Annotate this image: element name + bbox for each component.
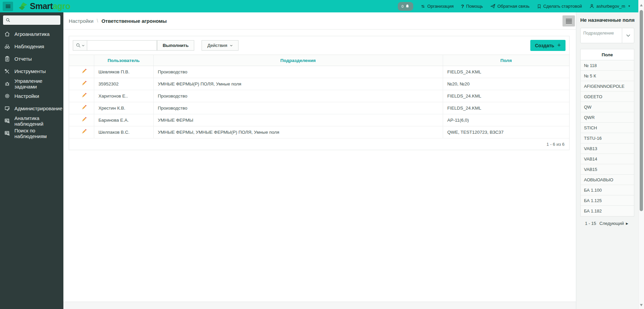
- header-link-label: Организация: [427, 4, 453, 9]
- field-list-item[interactable]: AFIGENNNOEPOLE: [581, 81, 634, 91]
- sidebar-item-agroanalytics[interactable]: Агроаналитика: [0, 28, 63, 40]
- chevron-down-icon: ▼: [628, 5, 631, 8]
- table-row: Харитонов Е.. Производство FIELDS_24.KML: [69, 90, 569, 102]
- sidebar-item-reports[interactable]: Отчеты: [0, 53, 63, 65]
- username-label: ashurbegov_m: [596, 4, 625, 9]
- logo[interactable]: Smartagro: [18, 2, 70, 10]
- field-list-item[interactable]: TSTU-16: [581, 133, 634, 143]
- user-cell: 35952302: [94, 78, 153, 90]
- field-list-item[interactable]: STICH: [581, 123, 634, 133]
- logo-leaf-icon: [18, 2, 28, 10]
- sidebar-item-tools[interactable]: Инструменты: [0, 65, 63, 77]
- edit-row-button[interactable]: [79, 116, 89, 124]
- main-content: Настройки \ Ответственные агрономы: [63, 12, 576, 309]
- edit-cell: [69, 126, 94, 138]
- sidebar-item-task-management[interactable]: Управление задачами: [0, 77, 63, 90]
- field-list-item[interactable]: QWR: [581, 112, 634, 123]
- report-toolbar: Выполнить Действия Создать +: [69, 36, 569, 55]
- select-chevron-section[interactable]: [622, 28, 634, 43]
- bottom-scroll-strip[interactable]: [63, 302, 576, 309]
- sidebar-item-observations[interactable]: Наблюдения: [0, 40, 63, 53]
- scrollbar-thumb[interactable]: [640, 10, 643, 211]
- sidebar-search-input[interactable]: [12, 17, 58, 23]
- table-row: Хрестин К.В. Производство FIELDS_24.KML: [69, 102, 569, 114]
- plus-icon: +: [557, 42, 561, 49]
- field-list-item[interactable]: БА 1.125: [581, 195, 634, 206]
- field-list-item[interactable]: № 5 К: [581, 71, 634, 81]
- header-link-label: Обратная связь: [497, 4, 530, 9]
- user-cell: Шевляков П.В.: [94, 66, 153, 78]
- edit-row-button[interactable]: [79, 128, 89, 136]
- page-scrollbar[interactable]: [638, 0, 644, 309]
- field-list-item[interactable]: БА 1.182: [581, 206, 634, 216]
- create-button[interactable]: Создать +: [530, 40, 566, 51]
- sidebar-item-observation-search[interactable]: Поиск по наблюдениям: [0, 127, 63, 139]
- fields-cell: FIELDS_24.KML: [443, 102, 569, 114]
- edit-cell: [69, 114, 94, 126]
- table-pagination: 1 - 6 из 6: [69, 138, 569, 150]
- table-row: 35952302 УМНЫЕ ФЕРМЫ(Р) ПОЛЯ, Умные поля…: [69, 78, 569, 90]
- app-header: Smartagro 0 Организация ? Помощь Обра: [0, 0, 644, 12]
- header-link-organization[interactable]: Организация: [421, 4, 453, 9]
- right-panel-toggle-button[interactable]: [562, 15, 575, 26]
- field-list-item[interactable]: VAB15: [581, 164, 634, 175]
- scroll-up-arrow[interactable]: [640, 4, 643, 6]
- user-menu[interactable]: ashurbegov_m ▼: [589, 4, 631, 9]
- user-cell: Шелпаков В.С.: [94, 126, 153, 138]
- breadcrumb: Настройки \ Ответственные агрономы: [63, 12, 576, 29]
- breadcrumb-parent[interactable]: Настройки: [69, 18, 94, 24]
- edit-row-button[interactable]: [79, 104, 89, 112]
- sidebar-item-observation-analytics[interactable]: Аналитика наблюдений: [0, 115, 63, 127]
- column-header-fields[interactable]: Поля: [443, 55, 569, 66]
- actions-button[interactable]: Действия: [202, 40, 238, 51]
- edit-row-button[interactable]: [79, 80, 89, 88]
- field-list-item[interactable]: GDEETO: [581, 91, 634, 102]
- sidebar-item-label: Наблюдения: [14, 44, 44, 49]
- search-group: Выполнить: [73, 40, 194, 51]
- fields-cell: №20, №20: [443, 78, 569, 90]
- report-search-input[interactable]: [87, 40, 157, 51]
- table-row: Шевляков П.В. Производство FIELDS_24.KML: [69, 66, 569, 78]
- user-cell: Баринова Е.А.: [94, 114, 153, 126]
- scroll-down-arrow[interactable]: [640, 304, 643, 306]
- create-label: Создать: [535, 43, 554, 48]
- field-list-item[interactable]: БА 1.100: [581, 185, 634, 195]
- search-options-button[interactable]: [73, 40, 87, 51]
- sidebar-item-settings[interactable]: Настройки: [0, 90, 63, 102]
- column-header-departments[interactable]: Подразделения: [153, 55, 443, 66]
- run-button[interactable]: Выполнить: [157, 40, 194, 51]
- department-select[interactable]: Подразделение: [580, 28, 634, 43]
- header-link-help[interactable]: ? Помощь: [461, 3, 483, 9]
- fields-list-pagination: 1 - 15 Следующий ▶: [585, 221, 628, 226]
- field-list-item[interactable]: АОВЫОАВЫО: [581, 175, 634, 185]
- edit-row-button[interactable]: [79, 68, 89, 76]
- notification-button[interactable]: 0: [398, 2, 413, 11]
- next-page-link[interactable]: Следующий ▶: [599, 221, 628, 226]
- sidebar-search-box: [3, 15, 61, 25]
- sidebar-hamburger-button[interactable]: [3, 2, 13, 11]
- pencil-icon: [81, 93, 87, 99]
- header-link-feedback[interactable]: Обратная связь: [490, 4, 530, 9]
- fields-cell: QWE, TEST120723, ВЗС37: [443, 126, 569, 138]
- search-icon: [6, 18, 10, 22]
- report-icon: [4, 56, 10, 62]
- field-list-item[interactable]: № 118: [581, 60, 634, 71]
- edit-cell: [69, 90, 94, 102]
- field-list-item[interactable]: VAB14: [581, 154, 634, 164]
- triangle-right-icon: ▶: [626, 222, 628, 225]
- edit-row-button[interactable]: [79, 92, 89, 100]
- field-list-item[interactable]: QW: [581, 102, 634, 112]
- home-icon: [4, 31, 10, 37]
- sidebar-item-label: Аналитика наблюдений: [14, 115, 63, 127]
- fields-list: Поле № 118№ 5 КAFIGENNNOEPOLEGDEETOQWQWR…: [580, 49, 634, 217]
- fields-pagination-label: 1 - 15: [585, 221, 596, 226]
- fields-cell: АР-11(6,0): [443, 114, 569, 126]
- field-list-item[interactable]: VAB13: [581, 143, 634, 154]
- sidebar-item-label: Агроаналитика: [14, 31, 50, 37]
- binoculars-icon: [4, 44, 10, 49]
- sidebar-item-administration[interactable]: Администрирование: [0, 102, 63, 115]
- table-row: Шелпаков В.С. УМНЫЕ ФЕРМЫ, УМНЫЕ ФЕРМЫ(Р…: [69, 126, 569, 138]
- header-link-make-start-page[interactable]: Сделать стартовой: [537, 4, 582, 9]
- header-right-links: 0 Организация ? Помощь Обратная связь: [398, 2, 644, 11]
- column-header-user[interactable]: Пользователь: [94, 55, 153, 66]
